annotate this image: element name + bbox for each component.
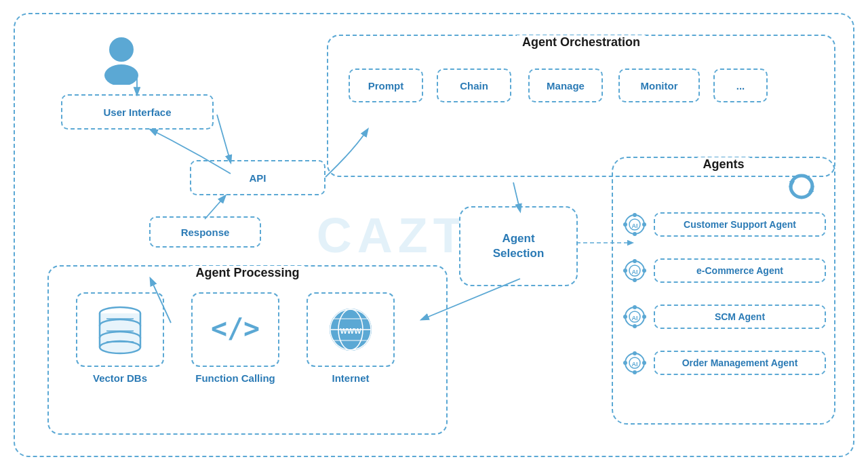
vector-dbs-item: Vector DBs: [76, 292, 164, 384]
ui-label: User Interface: [103, 106, 171, 118]
svg-point-35: [633, 370, 637, 374]
svg-point-37: [642, 361, 646, 365]
svg-point-22: [623, 269, 627, 273]
svg-line-1: [217, 115, 231, 162]
ai-icon-3: AI: [623, 305, 647, 329]
database-icon: [90, 302, 151, 357]
svg-point-36: [623, 361, 627, 365]
vector-dbs-icon-box: [76, 292, 164, 367]
order-mgmt-row: AI Order Management Agent: [623, 351, 826, 375]
svg-point-45: [100, 341, 140, 353]
svg-point-28: [633, 324, 637, 328]
ecommerce-label: e-Commerce Agent: [696, 265, 783, 276]
scm-row: AI SCM Agent: [623, 305, 826, 329]
api-box: API: [190, 160, 326, 195]
agents-title: Agents: [697, 157, 749, 172]
svg-point-7: [109, 37, 134, 62]
monitor-pill: Monitor: [618, 68, 700, 102]
svg-point-13: [633, 213, 637, 217]
ui-box: User Interface: [61, 94, 214, 130]
ecommerce-box: e-Commerce Agent: [654, 258, 826, 283]
svg-text:AI: AI: [632, 315, 638, 321]
orchestration-title: Agent Orchestration: [517, 35, 646, 50]
function-calling-item: </> Function Calling: [191, 292, 279, 384]
ecommerce-row: AI e-Commerce Agent: [623, 258, 826, 283]
ai-icon-4: AI: [623, 351, 647, 375]
internet-label: Internet: [332, 372, 369, 384]
diagram-container: CAZTON: [14, 13, 854, 457]
svg-point-20: [633, 259, 637, 263]
svg-point-15: [623, 222, 627, 227]
order-mgmt-label: Order Management Agent: [682, 357, 798, 368]
customer-support-row: AI Customer Support Agent: [623, 212, 826, 237]
svg-point-21: [633, 278, 637, 282]
manage-label: Manage: [547, 80, 585, 92]
agent-selection-box: Agent Selection: [459, 206, 578, 286]
more-label: ...: [736, 80, 745, 92]
globe-icon: WWW: [320, 302, 381, 357]
api-label: API: [249, 172, 266, 184]
agent-selection-label: Agent Selection: [493, 231, 545, 261]
scm-box: SCM Agent: [654, 305, 826, 329]
svg-text:</>: </>: [211, 313, 260, 344]
svg-point-29: [623, 315, 627, 319]
user-icon: [103, 36, 140, 85]
processing-title: Agent Processing: [190, 266, 304, 280]
response-label: Response: [181, 227, 230, 238]
svg-text:AI: AI: [632, 222, 638, 229]
svg-point-16: [642, 222, 646, 227]
order-mgmt-box: Order Management Agent: [654, 351, 826, 375]
svg-point-8: [104, 64, 138, 85]
internet-item: WWW Internet: [307, 292, 395, 384]
response-box: Response: [149, 216, 261, 248]
scm-label: SCM Agent: [715, 311, 765, 322]
prompt-pill: Prompt: [349, 68, 423, 102]
prompt-label: Prompt: [368, 80, 404, 92]
processing-section: Agent Processing: [47, 265, 448, 435]
function-calling-icon-box: </>: [191, 292, 279, 367]
svg-point-34: [633, 351, 637, 355]
ai-icon-2: AI: [623, 258, 647, 283]
function-calling-label: Function Calling: [195, 372, 275, 384]
code-icon: </>: [205, 302, 266, 357]
svg-point-23: [642, 269, 646, 273]
svg-line-2: [205, 196, 225, 219]
internet-icon-box: WWW: [307, 292, 395, 367]
sync-icon: [784, 169, 819, 204]
ai-icon-1: AI: [623, 212, 647, 237]
svg-text:AI: AI: [632, 269, 638, 275]
manage-pill: Manage: [528, 68, 603, 102]
svg-text:AI: AI: [632, 361, 638, 368]
customer-support-label: Customer Support Agent: [684, 219, 796, 230]
chain-label: Chain: [460, 80, 488, 92]
svg-point-14: [633, 232, 637, 236]
user-figure: [103, 36, 140, 85]
chain-pill: Chain: [437, 68, 511, 102]
orchestration-section: Agent Orchestration Prompt Chain Manage …: [327, 35, 835, 177]
customer-support-box: Customer Support Agent: [654, 212, 826, 237]
agents-section: Agents AI Customer Support Agent: [612, 157, 835, 425]
vector-dbs-label: Vector DBs: [93, 372, 147, 384]
monitor-label: Monitor: [641, 80, 678, 92]
svg-point-30: [642, 315, 646, 319]
svg-point-27: [633, 305, 637, 309]
more-pill: ...: [713, 68, 768, 102]
svg-text:WWW: WWW: [340, 327, 361, 335]
